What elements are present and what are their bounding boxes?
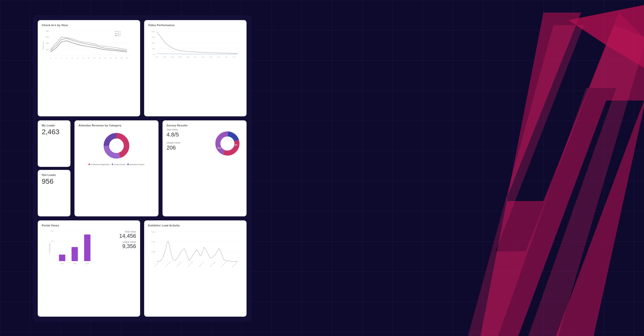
survey-total-views-value: 4.8/5 [167,131,210,138]
video-performance-card: Video Performance 120% 90% 60% 30% 0% [144,20,247,116]
svg-text:Check-In's: Check-In's [42,41,44,50]
svg-text:90%: 90% [152,36,155,38]
svg-text:7/27: 7/27 [60,263,64,264]
checkin-title: Check-In's by Hour [42,24,136,27]
svg-text:7: 7 [56,57,56,59]
survey-total-views: Total Views 4.8/5 [167,128,210,138]
svg-rect-30 [115,33,116,34]
svg-text:10: 10 [71,57,73,59]
checkin-card: Check-In's by Hour Check-In's 600 400 20… [38,20,140,116]
survey-unique-views-value: 206 [167,145,210,151]
svg-text:Day 1: Day 1 [117,31,121,32]
leads-column: My Leads 2,463 Hot Leads 956 [38,120,70,217]
survey-results-title: Survey Results [167,124,243,127]
svg-text:0:00: 0:00 [155,56,158,58]
svg-text:0%: 0% [153,54,155,55]
svg-text:0:58: 0:58 [209,56,212,58]
svg-rect-74 [72,247,78,261]
my-leads-title: My Leads [42,124,66,127]
svg-text:07/28/21 6 AM: 07/28/21 6 AM [198,262,204,267]
svg-text:60%: 60% [152,42,155,44]
portal-stats: Total Views 14,456 Unique Views 9,356 [106,228,136,249]
svg-text:200: 200 [51,230,54,232]
my-leads-value: 2,463 [42,128,66,135]
dashboard: Check-In's by Hour Check-In's 600 400 20… [33,15,252,322]
legend-label-group: Group Passes [114,164,125,165]
svg-text:3,000: 3,000 [151,231,155,233]
svg-text:0:16: 0:16 [171,56,174,58]
legend-group: Group Passes [112,164,125,165]
svg-text:18: 18 [115,57,117,59]
svg-text:0:25: 0:25 [179,56,181,58]
row-3: Portal Views # of Attendees 200 100 [38,220,247,317]
survey-donut-wrapper: 20% 35.8% 45.2 % [212,128,243,159]
row-2: My Leads 2,463 Hot Leads 956 Attendee Re… [38,120,247,217]
svg-text:1,000: 1,000 [151,251,155,253]
svg-text:7/28: 7/28 [73,263,76,264]
svg-text:35.8%: 35.8% [232,144,238,146]
survey-stats: Total Views 4.8/5 Unique Views 206 [167,128,210,155]
attendee-donut-chart [100,129,133,162]
exhibitor-lead-card: Exhibitor Lead Activity 3,000 2,000 1,00… [144,220,247,317]
svg-text:600: 600 [46,30,49,32]
svg-text:8: 8 [61,57,62,59]
svg-text:# of Attendees: # of Attendees [49,243,51,254]
svg-point-58 [111,141,122,151]
portal-unique-value: 9,356 [106,244,136,249]
svg-text:9: 9 [66,57,67,59]
svg-text:07/27/21 6 PM: 07/27/21 6 PM [176,262,182,267]
legend-dot-conference [89,164,90,165]
svg-text:14: 14 [93,57,95,59]
svg-text:100: 100 [46,49,49,51]
svg-text:1:06: 1:06 [225,56,228,58]
svg-text:1:10: 1:10 [232,56,235,58]
portal-views-title: Portal Views [42,224,136,227]
svg-text:200: 200 [46,42,49,44]
svg-rect-73 [59,255,65,261]
svg-text:20: 20 [126,57,128,59]
legend-label-conference: Conference Registration [91,164,110,165]
portal-bar-chart: # of Attendees 200 100 7/27 7/28 [42,228,104,269]
portal-grid: # of Attendees 200 100 7/27 7/28 [42,228,136,269]
svg-text:07/27/21 12 PM: 07/27/21 12 PM [165,262,171,267]
svg-text:0:41: 0:41 [194,56,197,58]
legend-operations: Operations Passes [127,164,144,165]
legend-label-operations: Operations Passes [130,164,144,165]
video-chart: 120% 90% 60% 30% 0% 0:00 0:08 0:16 0: [148,28,243,61]
video-performance-title: Video Performance [148,24,243,27]
svg-text:2,000: 2,000 [151,241,155,243]
svg-text:45.2 %: 45.2 % [218,147,223,149]
my-leads-card: My Leads 2,463 [38,120,70,167]
svg-rect-28 [115,31,116,32]
portal-views-card: Portal Views # of Attendees 200 100 [38,220,140,317]
hot-leads-title: Hot Leads [42,173,66,176]
svg-text:12: 12 [83,57,84,59]
svg-text:6: 6 [50,57,51,59]
svg-rect-75 [84,234,91,261]
svg-text:Day 3: Day 3 [117,35,121,36]
svg-text:07/28/21 12 AM: 07/28/21 12 AM [187,262,193,267]
attendee-revenue-card: Attendee Revenue by Category Conference … [74,120,158,217]
legend-dot-group [112,164,113,165]
svg-text:07/29/21 12 AM: 07/29/21 12 AM [232,262,238,267]
exhibitor-lead-title: Exhibitor Lead Activity [148,224,243,227]
svg-text:17: 17 [110,57,111,59]
svg-text:0:33: 0:33 [186,56,189,58]
svg-text:30%: 30% [152,48,155,50]
attendee-legend: Conference Registration Group Passes Ope… [89,164,144,165]
survey-unique-views: Unique Views 206 [167,141,210,151]
svg-text:07/28/21 12 PM: 07/28/21 12 PM [210,262,215,267]
svg-text:20%: 20% [223,139,226,141]
attendee-revenue-title: Attendee Revenue by Category [78,124,154,127]
legend-conference: Conference Registration [89,164,110,165]
svg-text:16: 16 [104,57,106,59]
row-1: Check-In's by Hour Check-In's 600 400 20… [38,20,247,116]
survey-total-views-label: Total Views [167,128,210,131]
svg-text:400: 400 [46,36,49,38]
svg-text:19: 19 [120,57,122,59]
hot-leads-card: Hot Leads 956 [38,170,70,216]
svg-text:0:49: 0:49 [202,56,205,58]
svg-rect-32 [115,35,116,36]
survey-results-card: Survey Results Total Views 4.8/5 Unique … [163,120,247,217]
svg-text:13: 13 [88,57,90,59]
